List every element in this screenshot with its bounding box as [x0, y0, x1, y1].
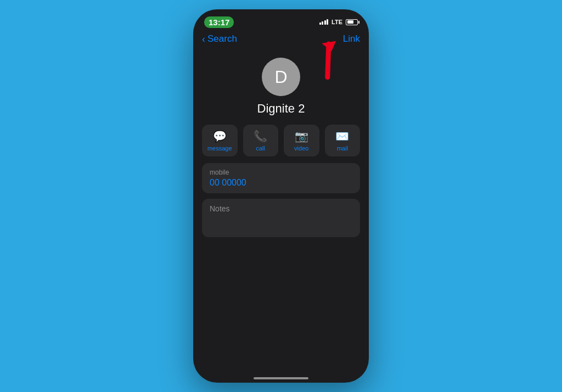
- video-icon: 📷: [295, 130, 308, 143]
- phone-frame: 13:17 LTE ‹ Search Link D: [193, 9, 369, 383]
- link-button[interactable]: Link: [343, 33, 360, 44]
- nav-bar: ‹ Search Link: [193, 31, 369, 49]
- message-button[interactable]: 💬 message: [202, 125, 238, 156]
- status-time: 13:17: [204, 16, 234, 28]
- call-button[interactable]: 📞 call: [243, 125, 279, 156]
- status-bar: 13:17 LTE: [193, 9, 369, 31]
- avatar: D: [262, 58, 300, 96]
- battery-icon: [346, 19, 358, 25]
- contact-name: Dignite 2: [257, 102, 305, 116]
- mail-icon: ✉️: [335, 130, 349, 143]
- action-buttons: 💬 message 📞 call 📷 video ✉️ mail: [193, 122, 369, 163]
- chevron-left-icon: ‹: [202, 34, 205, 44]
- avatar-initial: D: [274, 67, 287, 87]
- status-icons: LTE: [319, 19, 358, 25]
- phone-label: mobile: [210, 169, 352, 176]
- notes-label: Notes: [210, 204, 352, 213]
- back-button[interactable]: ‹ Search: [202, 33, 237, 44]
- call-label: call: [256, 145, 265, 152]
- phone-value: 00 00000: [210, 178, 352, 188]
- profile-section: D Dignite 2: [193, 49, 369, 122]
- message-label: message: [207, 145, 232, 152]
- signal-icon: [319, 19, 329, 25]
- video-button[interactable]: 📷 video: [284, 125, 319, 156]
- info-section: mobile 00 00000 Notes: [193, 163, 369, 237]
- mail-button[interactable]: ✉️ mail: [325, 125, 361, 156]
- mail-label: mail: [337, 145, 348, 152]
- notes-card[interactable]: Notes: [202, 199, 360, 237]
- back-label: Search: [207, 33, 237, 44]
- video-label: video: [294, 145, 308, 152]
- phone-card[interactable]: mobile 00 00000: [202, 163, 360, 193]
- home-indicator: [254, 377, 308, 379]
- lte-label: LTE: [331, 19, 342, 25]
- call-icon: 📞: [254, 130, 267, 143]
- message-icon: 💬: [213, 130, 227, 143]
